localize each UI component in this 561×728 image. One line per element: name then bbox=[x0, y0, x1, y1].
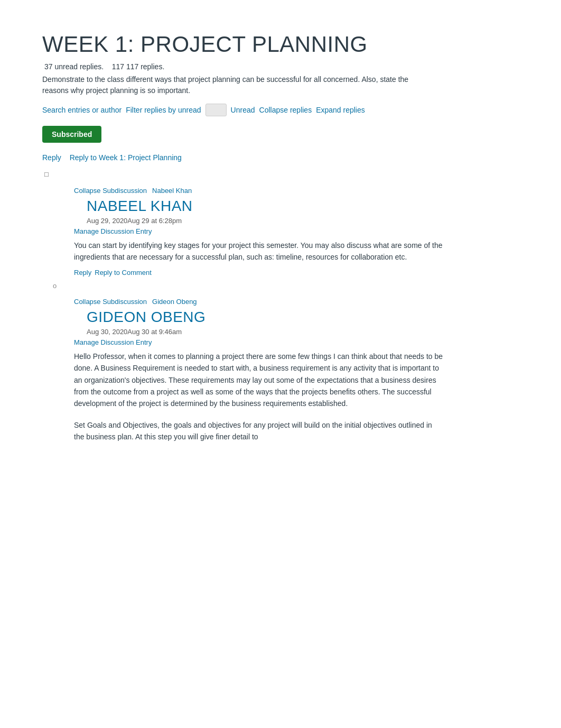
reply-to-link[interactable]: Reply to Week 1: Project Planning bbox=[70, 153, 182, 162]
reply-to-comment-nabeel[interactable]: Reply to Comment bbox=[95, 269, 152, 277]
entry-body-gideon-2: Set Goals and Objectives, the goals and … bbox=[74, 419, 444, 443]
discussion-entry-nabeel: o Collapse Subdiscussion Nabeel Khan NAB… bbox=[42, 187, 519, 277]
side-label-o: o bbox=[53, 282, 57, 290]
unread-replies: 37 unread replies. bbox=[44, 62, 104, 71]
reply-to-nabeel[interactable]: Reply bbox=[74, 269, 91, 277]
toolbar: Search entries or author Filter replies … bbox=[42, 104, 519, 116]
manage-entry-gideon[interactable]: Manage Discussion Entry bbox=[74, 338, 152, 346]
author-name-gideon: GIDEON OBENG bbox=[87, 309, 519, 326]
collapse-indicator: □ bbox=[44, 170, 52, 178]
author-link-nabeel[interactable]: Nabeel Khan bbox=[152, 187, 192, 195]
entry-date-nabeel: Aug 29, 2020Aug 29 at 6:28pm bbox=[87, 217, 519, 225]
entry-actions-nabeel: Reply Reply to Comment bbox=[74, 269, 519, 277]
entry-body-nabeel: You can start by identifying key stages … bbox=[74, 239, 444, 263]
entry-header-nabeel: Collapse Subdiscussion Nabeel Khan bbox=[74, 187, 519, 195]
expand-replies-link[interactable]: Expand replies bbox=[316, 106, 365, 114]
author-name-nabeel: NABEEL KHAN bbox=[87, 198, 519, 215]
reply-count: 37 unread replies. 117 117 replies. bbox=[42, 62, 519, 71]
reply-link[interactable]: Reply bbox=[42, 153, 61, 162]
unread-link[interactable]: Unread bbox=[231, 106, 255, 114]
entry-date-gideon: Aug 30, 2020Aug 30 at 9:46am bbox=[87, 328, 519, 336]
subscribed-button[interactable]: Subscribed bbox=[42, 126, 101, 143]
search-entries-link[interactable]: Search entries or author bbox=[42, 106, 121, 114]
collapse-subdiscussion-gideon[interactable]: Collapse Subdiscussion bbox=[74, 298, 147, 306]
discussion-entry-gideon: Collapse Subdiscussion Gideon Obeng GIDE… bbox=[42, 298, 519, 443]
discussion-description: Demonstrate to the class different ways … bbox=[42, 74, 412, 96]
entry-gideon: Collapse Subdiscussion Gideon Obeng GIDE… bbox=[74, 298, 519, 443]
manage-entry-nabeel[interactable]: Manage Discussion Entry bbox=[74, 227, 152, 235]
reply-separator bbox=[64, 153, 67, 162]
collapse-subdiscussion-nabeel[interactable]: Collapse Subdiscussion bbox=[74, 187, 147, 195]
reply-links-row: Reply Reply to Week 1: Project Planning bbox=[42, 153, 519, 162]
entry-nabeel: Collapse Subdiscussion Nabeel Khan NABEE… bbox=[74, 187, 519, 277]
entry-header-gideon: Collapse Subdiscussion Gideon Obeng bbox=[74, 298, 519, 306]
total-replies: 117 117 replies. bbox=[112, 62, 165, 71]
page-title: WEEK 1: PROJECT PLANNING bbox=[42, 32, 519, 57]
entry-body-gideon-1: Hello Professor, when it comes to planni… bbox=[74, 351, 444, 410]
filter-dropdown[interactable] bbox=[205, 104, 227, 116]
collapse-replies-link[interactable]: Collapse replies bbox=[259, 106, 312, 114]
author-link-gideon[interactable]: Gideon Obeng bbox=[152, 298, 197, 306]
filter-replies-link[interactable]: Filter replies by unread bbox=[126, 106, 201, 114]
